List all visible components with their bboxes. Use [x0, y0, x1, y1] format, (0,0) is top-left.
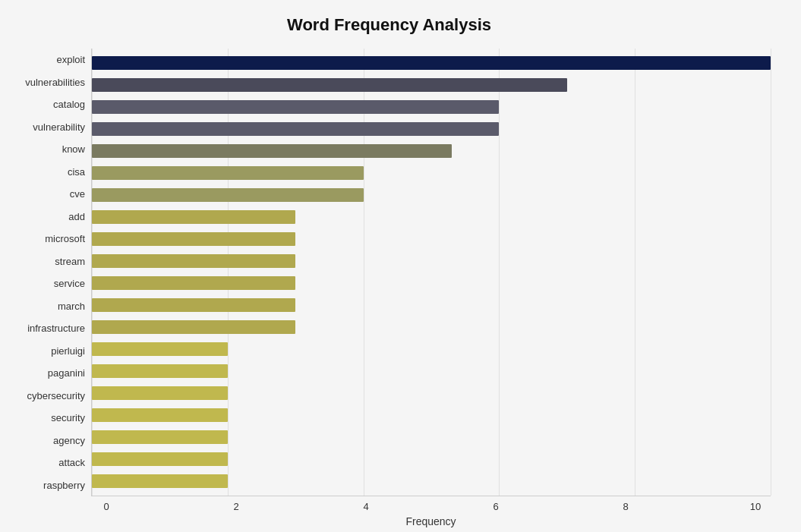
y-axis-label: march	[8, 296, 85, 316]
bar-row	[92, 473, 771, 490]
bar-row	[92, 341, 771, 357]
grid-line	[771, 49, 771, 496]
y-axis-label: microsoft	[8, 229, 85, 249]
y-axis-label: cve	[8, 184, 85, 204]
y-axis-label: infrastructure	[8, 319, 85, 338]
chart-container: Word Frequency Analysis exploitvulnerabi…	[0, 0, 801, 532]
y-axis-label: vulnerability	[8, 117, 85, 137]
bar-row	[92, 231, 771, 247]
bar	[92, 210, 295, 224]
bar-row	[92, 363, 771, 379]
bar	[92, 276, 295, 290]
bar-row	[92, 121, 771, 137]
bar-row	[92, 253, 771, 269]
bar-row	[92, 297, 771, 313]
bar	[92, 78, 567, 92]
bar-row	[92, 429, 771, 445]
bar	[92, 254, 295, 268]
bar-row	[92, 187, 771, 203]
y-axis-label: attack	[8, 453, 85, 473]
y-axis-label: raspberry	[8, 475, 85, 495]
bar	[92, 298, 295, 312]
y-axis-label: vulnerabilities	[8, 72, 85, 92]
bar	[92, 232, 295, 246]
bar	[92, 342, 228, 356]
bar-row	[92, 99, 771, 115]
chart-title: Word Frequency Analysis	[8, 15, 771, 35]
bar-row	[92, 209, 771, 225]
bar	[92, 56, 771, 70]
x-axis-tick-label: 6	[481, 501, 511, 512]
bar	[92, 408, 228, 422]
bar-row	[92, 319, 771, 335]
bar-row	[92, 55, 771, 71]
y-axis-label: security	[8, 408, 85, 428]
x-axis-tick-label: 2	[221, 501, 251, 512]
x-axis-tick-label: 4	[351, 501, 381, 512]
x-axis-tick-label: 0	[91, 501, 121, 512]
y-axis-label: catalog	[8, 95, 85, 115]
bar-row	[92, 385, 771, 401]
bar-row	[92, 143, 771, 159]
y-axis-label: service	[8, 274, 85, 294]
bar-row	[92, 407, 771, 423]
y-axis-label: cybersecurity	[8, 386, 85, 405]
y-axis-label: exploit	[8, 50, 85, 70]
bar	[92, 166, 364, 180]
y-axis-label: pierluigi	[8, 341, 85, 360]
y-axis-label: know	[8, 140, 85, 159]
bar	[92, 386, 228, 400]
y-axis-labels: exploitvulnerabilitiescatalogvulnerabili…	[8, 49, 91, 496]
x-axis-tick-label: 10	[740, 501, 771, 512]
bar	[92, 144, 452, 158]
bar	[92, 320, 295, 334]
x-axis-title: Frequency	[91, 515, 771, 527]
chart-area: exploitvulnerabilitiescatalogvulnerabili…	[8, 49, 771, 496]
bar	[92, 100, 499, 114]
bar	[92, 430, 228, 444]
bars-area	[91, 49, 771, 496]
bar-row	[92, 77, 771, 93]
bar	[92, 474, 228, 488]
y-axis-label: agency	[8, 430, 85, 450]
bar	[92, 452, 228, 466]
bar-row	[92, 275, 771, 291]
bar	[92, 364, 228, 378]
y-axis-label: paganini	[8, 364, 85, 383]
y-axis-label: cisa	[8, 162, 85, 181]
x-axis-tick-label: 8	[610, 501, 641, 512]
y-axis-label: stream	[8, 251, 85, 271]
y-axis-label: add	[8, 206, 85, 226]
bar	[92, 188, 364, 202]
bar	[92, 122, 499, 136]
bar-row	[92, 165, 771, 181]
bar-row	[92, 451, 771, 467]
